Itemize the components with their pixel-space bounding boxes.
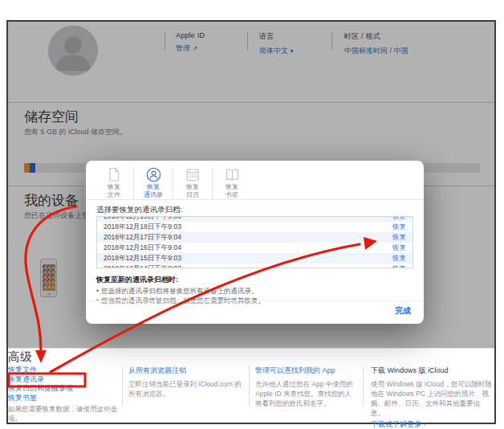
tab-divider: [212, 167, 213, 199]
restore-link[interactable]: 恢复文件: [8, 366, 120, 375]
tab-divider: [133, 167, 134, 199]
restore-row-link[interactable]: 恢复: [392, 243, 406, 253]
calendar-icon: [185, 167, 200, 182]
archive-row: 2018年12月18日下午9:03 恢复: [97, 222, 413, 232]
tab-restore-files[interactable]: 恢复文件: [96, 165, 132, 198]
archive-date: 2018年12月19日下午9:03: [104, 216, 181, 222]
book-icon: [225, 167, 240, 182]
file-icon: [107, 167, 121, 182]
note-bullet: •您选择的通讯录归档将替换您所有设备上的通讯录。: [96, 288, 265, 296]
tab-divider: [173, 167, 173, 199]
column-divider: [249, 366, 250, 406]
contacts-icon: [146, 167, 161, 182]
note-bullets: •您选择的通讯录归档将替换您所有设备上的通讯录。•您当前的通讯录将被归档，以便您…: [96, 288, 265, 305]
tab-restore-bookmarks[interactable]: 恢复书签: [213, 165, 250, 198]
advanced-restore-column: 恢复文件恢复通讯录恢复日历和提醒事项恢复书签 如果您需要恢复数据，请使用这些选项…: [8, 366, 120, 423]
download-learn-more-link[interactable]: 下载或了解更多 ›: [371, 419, 493, 429]
windows-icloud-description: 使用 Windows 版 iCloud，您可以随时随地在 Windows PC …: [371, 379, 493, 418]
icloud-settings-page: Apple ID 管理 ↗ 语言 简体中文 ▾ 时区 / 格式 中国标准时间 /…: [0, 0, 504, 429]
advanced-section-title: 高级: [8, 349, 32, 365]
restore-links-list: 恢复文件恢复通讯录恢复日历和提醒事项恢复书签: [8, 366, 120, 402]
archive-row: 2018年12月16日下午9:04 恢复: [97, 243, 413, 253]
archive-row: 2018年12月19日下午9:03 恢复: [97, 216, 413, 222]
restore-tabs: 恢复文件 恢复通讯录: [96, 165, 250, 199]
archive-list[interactable]: 2018年12月19日下午9:03 恢复 2018年12月18日下午9:03 恢…: [96, 216, 413, 268]
restore-link[interactable]: 恢复书签: [8, 394, 120, 403]
restore-row-link[interactable]: 恢复: [392, 223, 406, 232]
archive-prompt: 选择要恢复的通讯录归档:: [96, 205, 182, 215]
archive-date: 2018年12月17日下午9:04: [104, 233, 181, 243]
column-divider: [363, 366, 364, 406]
bullet-icon: •: [96, 287, 99, 295]
signout-description: 立即注销当前已登录到 iCloud.com 的所有浏览器。: [128, 379, 242, 398]
section-divider: [8, 348, 494, 349]
manage-findmy-apps-link[interactable]: 管理可以查找到我的 App: [255, 366, 358, 376]
advanced-signout-column: 从所有浏览器注销 立即注销当前已登录到 iCloud.com 的所有浏览器。: [128, 366, 242, 398]
advanced-findmy-column: 管理可以查找到我的 App 允许他人通过您在 App 中使用的 Apple ID…: [255, 366, 358, 408]
done-button[interactable]: 完成: [395, 305, 411, 317]
archive-row: 2018年12月17日下午9:04 恢复: [97, 232, 413, 243]
modal-divider: [86, 199, 424, 200]
advanced-windows-column: 下载 Windows 版 iCloud 使用 Windows 版 iCloud，…: [371, 366, 493, 429]
restore-row-link[interactable]: 恢复: [392, 264, 406, 269]
restore-row-link[interactable]: 恢复: [392, 254, 406, 264]
restore-row-link[interactable]: 恢复: [392, 216, 406, 222]
tab-restore-contacts[interactable]: 恢复通讯录: [135, 165, 172, 198]
column-divider: [122, 366, 123, 406]
restore-link[interactable]: 恢复日历和提醒事项: [8, 384, 120, 394]
restore-link[interactable]: 恢复通讯录: [8, 375, 120, 385]
signout-all-browsers-link[interactable]: 从所有浏览器注销: [128, 366, 242, 376]
archive-date: 2018年12月16日下午9:04: [104, 243, 181, 253]
archive-list-inner: 2018年12月19日下午9:03 恢复 2018年12月18日下午9:03 恢…: [97, 216, 413, 268]
findmy-description: 允许他人通过您在 App 中使用的 Apple ID 来查找您。查找您的人将看到…: [255, 379, 358, 408]
tab-restore-calendars[interactable]: 恢复日历: [174, 165, 211, 198]
note-title: 恢复至新的通讯录归档时:: [96, 275, 265, 285]
archive-date: 2018年12月18日下午9:03: [104, 223, 181, 232]
windows-icloud-title: 下载 Windows 版 iCloud: [371, 366, 493, 376]
archive-date: 2018年12月14日下午9:03: [104, 264, 181, 269]
archive-row: 2018年12月15日下午9:03 恢复: [97, 253, 413, 264]
archive-row: 2018年12月14日下午9:03 恢复: [97, 264, 413, 268]
archive-date: 2018年12月15日下午9:03: [104, 254, 181, 264]
restore-contacts-dialog: 恢复文件 恢复通讯录: [86, 161, 424, 324]
restore-row-link[interactable]: 恢复: [392, 233, 406, 243]
restore-note: 如果您需要恢复数据，请使用这些选项。: [8, 404, 120, 423]
modal-footer-divider: [86, 300, 424, 301]
